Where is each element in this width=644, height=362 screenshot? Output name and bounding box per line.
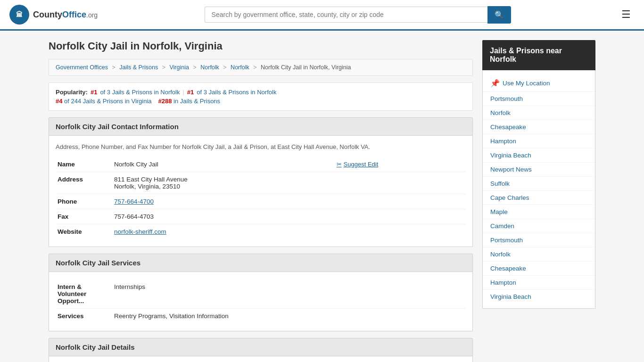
rank4-wrapper: #288 in Jails & Prisons bbox=[158, 98, 221, 105]
sidebar-link-10[interactable]: Portsmouth bbox=[483, 233, 595, 247]
logo-office: Office bbox=[62, 10, 86, 19]
details-section-header: Norfolk City Jail Details bbox=[49, 338, 473, 356]
rank4-link[interactable]: in Jails & Prisons bbox=[173, 98, 220, 105]
page-title: Norfolk City Jail in Norfolk, Virginia bbox=[49, 40, 473, 52]
breadcrumb-link-norfolk1[interactable]: Norfolk bbox=[200, 64, 219, 71]
svg-text:🏛: 🏛 bbox=[16, 10, 23, 18]
search-icon: 🔍 bbox=[495, 11, 504, 19]
breadcrumb-link-virginia[interactable]: Virginia bbox=[169, 64, 189, 71]
services-row: Services Reentry Programs, Visitation In… bbox=[56, 309, 466, 324]
contact-phone-row: Phone 757-664-4700 bbox=[56, 194, 466, 209]
sidebar-link-4[interactable]: Virginia Beach bbox=[483, 148, 595, 163]
logo-area: 🏛 CountyOffice.org bbox=[9, 5, 98, 25]
breadcrumb-link-gov[interactable]: Government Offices bbox=[56, 64, 108, 71]
breadcrumb-sep-3: > bbox=[193, 64, 196, 71]
contact-section-header: Norfolk City Jail Contact Information bbox=[49, 117, 473, 136]
rank2-link[interactable]: of 3 Jails & Prisons in Norfolk bbox=[197, 89, 276, 96]
sidebar-link-9[interactable]: Camden bbox=[483, 219, 595, 233]
breadcrumb-sep-2: > bbox=[162, 64, 165, 71]
sidebar-links-container: PortsmouthNorfolkChesapeakeHamptonVirgin… bbox=[483, 92, 595, 304]
header: 🏛 CountyOffice.org 🔍 ☰ bbox=[0, 0, 644, 31]
popularity-box: Popularity: #1 of 3 Jails & Prisons in N… bbox=[49, 82, 473, 111]
rank1: #1 bbox=[91, 89, 97, 96]
name-label: Name bbox=[56, 157, 112, 172]
address-line1: 811 East City Hall Avenue bbox=[114, 176, 333, 183]
breadcrumb: Government Offices > Jails & Prisons > V… bbox=[49, 59, 473, 76]
sidebar-link-2[interactable]: Chesapeake bbox=[483, 120, 595, 134]
address-line2: Norfolk, Virginia, 23510 bbox=[114, 183, 333, 190]
sidebar-link-8[interactable]: Maple bbox=[483, 205, 595, 219]
contact-description: Address, Phone Number, and Fax Number fo… bbox=[56, 143, 466, 150]
rank3-wrapper: #4 of 244 Jails & Prisons in Virginia bbox=[56, 98, 152, 105]
rank2: #1 bbox=[187, 89, 194, 96]
intern-row: Intern & Volunteer Opport... Internships bbox=[56, 280, 466, 309]
contact-fax-row: Fax 757-664-4703 bbox=[56, 209, 466, 224]
services-table: Intern & Volunteer Opport... Internships… bbox=[56, 280, 466, 323]
logo-icon: 🏛 bbox=[9, 5, 29, 25]
sidebar-link-5[interactable]: Newport News bbox=[483, 163, 595, 177]
use-my-location-btn[interactable]: 📌 Use My Location bbox=[483, 75, 595, 92]
sidebar-link-1[interactable]: Norfolk bbox=[483, 106, 595, 120]
contact-section-body: Address, Phone Number, and Fax Number fo… bbox=[49, 136, 473, 247]
services-section-body: Intern & Volunteer Opport... Internships… bbox=[49, 272, 473, 331]
rank-divider-1: | bbox=[182, 89, 184, 96]
address-label: Address bbox=[56, 172, 112, 194]
sidebar-link-0[interactable]: Portsmouth bbox=[483, 92, 595, 106]
logo-text: CountyOffice.org bbox=[33, 10, 98, 20]
rank3-link[interactable]: of 244 Jails & Prisons in Virginia bbox=[64, 98, 151, 105]
edit-icon: ✂ bbox=[337, 161, 342, 168]
sidebar-body: 📌 Use My Location PortsmouthNorfolkChesa… bbox=[482, 70, 595, 309]
details-section-body: Type Local Facility Security Level Maxim… bbox=[49, 356, 473, 362]
fax-label: Fax bbox=[56, 209, 112, 224]
breadcrumb-sep-5: > bbox=[253, 64, 256, 71]
intern-label: Intern & Volunteer Opport... bbox=[56, 280, 112, 309]
intern-value: Internships bbox=[112, 280, 466, 309]
breadcrumb-current: Norfolk City Jail in Norfolk, Virginia bbox=[261, 64, 351, 71]
search-input[interactable] bbox=[205, 7, 487, 23]
website-label: Website bbox=[56, 224, 112, 239]
phone-link[interactable]: 757-664-4700 bbox=[114, 198, 154, 205]
search-button[interactable]: 🔍 bbox=[487, 6, 511, 24]
breadcrumb-sep-1: > bbox=[112, 64, 115, 71]
fax-value: 757-664-4703 bbox=[112, 209, 335, 224]
breadcrumb-link-jails[interactable]: Jails & Prisons bbox=[119, 64, 158, 71]
sidebar-link-11[interactable]: Norfolk bbox=[483, 247, 595, 262]
sidebar-link-12[interactable]: Chesapeake bbox=[483, 262, 595, 276]
breadcrumb-link-norfolk2[interactable]: Norfolk bbox=[231, 64, 249, 71]
rank3: #4 bbox=[56, 98, 62, 105]
search-area: 🔍 bbox=[205, 6, 511, 24]
contact-name-row: Name Norfolk City Jail ✂ Suggest Edit bbox=[56, 157, 466, 172]
location-pin-icon: 📌 bbox=[490, 79, 500, 88]
sidebar-header: Jails & Prisons near Norfolk bbox=[482, 40, 595, 70]
sidebar-link-14[interactable]: Virginia Beach bbox=[483, 290, 595, 304]
popularity-label: Popularity: bbox=[56, 89, 88, 96]
sidebar-link-7[interactable]: Cape Charles bbox=[483, 191, 595, 205]
content-area: Norfolk City Jail in Norfolk, Virginia G… bbox=[49, 40, 473, 362]
phone-label: Phone bbox=[56, 194, 112, 209]
use-my-location-label: Use My Location bbox=[503, 80, 550, 87]
main-container: Norfolk City Jail in Norfolk, Virginia G… bbox=[39, 31, 605, 362]
services-value: Reentry Programs, Visitation Information bbox=[112, 309, 466, 324]
rank4: #288 bbox=[158, 98, 172, 105]
menu-icon: ☰ bbox=[621, 8, 631, 20]
sidebar: Jails & Prisons near Norfolk 📌 Use My Lo… bbox=[482, 40, 595, 362]
suggest-edit-link[interactable]: ✂ Suggest Edit bbox=[337, 161, 464, 168]
contact-website-row: Website norfolk-sheriff.com bbox=[56, 224, 466, 239]
contact-address-row: Address 811 East City Hall Avenue Norfol… bbox=[56, 172, 466, 194]
website-link[interactable]: norfolk-sheriff.com bbox=[114, 228, 166, 235]
breadcrumb-sep-4: > bbox=[223, 64, 226, 71]
name-value: Norfolk City Jail bbox=[112, 157, 335, 172]
address-value: 811 East City Hall Avenue Norfolk, Virgi… bbox=[112, 172, 335, 194]
sidebar-link-6[interactable]: Suffolk bbox=[483, 177, 595, 191]
suggest-edit-cell: ✂ Suggest Edit bbox=[335, 157, 466, 172]
rank1-link[interactable]: of 3 Jails & Prisons in Norfolk bbox=[100, 89, 180, 96]
services-section-header: Norfolk City Jail Services bbox=[49, 254, 473, 272]
services-label: Services bbox=[56, 309, 112, 324]
sidebar-link-3[interactable]: Hampton bbox=[483, 134, 595, 148]
logo-org: .org bbox=[86, 11, 98, 19]
contact-table: Name Norfolk City Jail ✂ Suggest Edit Ad… bbox=[56, 157, 466, 239]
sidebar-link-13[interactable]: Hampton bbox=[483, 276, 595, 290]
menu-button[interactable]: ☰ bbox=[618, 7, 635, 23]
